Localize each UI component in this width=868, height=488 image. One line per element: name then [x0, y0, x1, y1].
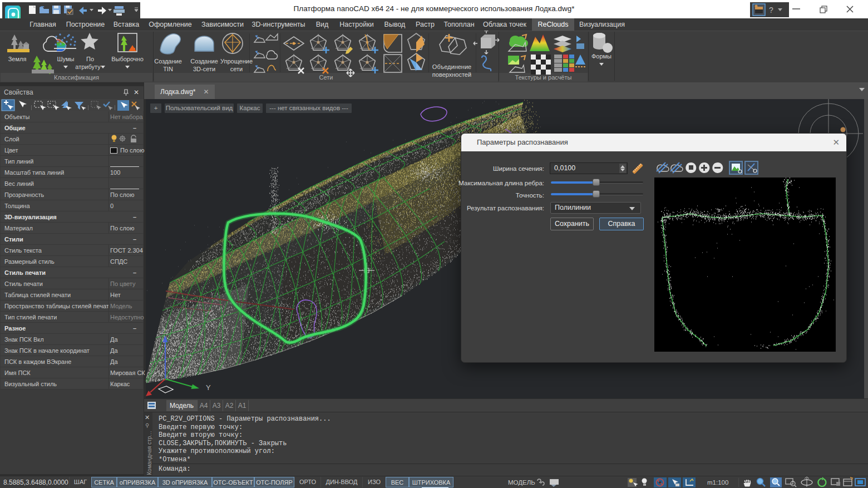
svg-text:Y: Y	[206, 383, 211, 392]
svg-text:Z: Z	[161, 327, 166, 336]
svg-text:?: ?	[769, 6, 773, 14]
